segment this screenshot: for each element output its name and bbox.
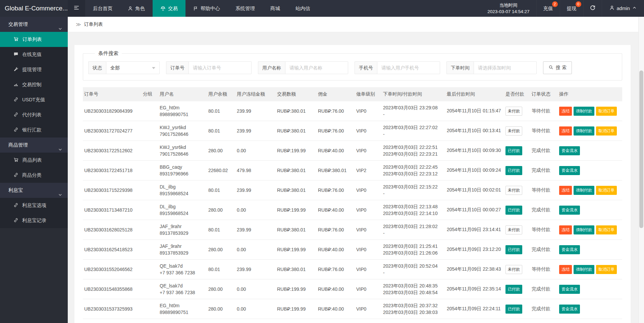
sidebar-item-trade-control[interactable]: 交易控制 [0, 77, 68, 92]
column-header: 下单时间/付款时间 [382, 87, 445, 101]
username-text: JAF_9rahr [160, 243, 204, 250]
sidebar-item-usdt-recharge[interactable]: USDT充值 [0, 92, 68, 107]
freeze-button[interactable]: 冻结 [559, 126, 572, 136]
order-time-text: 2023年03月03日 22:22:51 [383, 144, 443, 151]
username-text: JAF_9rahr [160, 223, 204, 230]
sidebar-item-lixibao-options[interactable]: 利息宝选项 [0, 198, 68, 213]
sidebar-item-bank-transfer[interactable]: 银行汇款 [0, 122, 68, 138]
fund-flow-button[interactable]: 资金流水 [559, 285, 580, 294]
column-header: 佣金 [317, 87, 355, 101]
cell-order-no: UB2303031548355868 [83, 279, 142, 299]
nav-item-mall[interactable]: 商城 [263, 0, 288, 17]
main-menu: 后台首页角色交易帮助中心系统管理商城站内信 [85, 0, 318, 17]
cancel-order-button[interactable]: 取消订单 [596, 225, 617, 234]
cell-last-pay-time: 2054年11月10日 00:09:30 [445, 141, 504, 161]
column-header: 操作 [558, 87, 622, 101]
table-row: UB2303031715229398DL_ilbg8915986852480.0… [83, 180, 622, 200]
cell-level: VIP0 [355, 200, 382, 220]
cancel-order-button[interactable]: 取消订单 [596, 186, 617, 195]
table-row: UB2303031452247590JG_9pznu7917775449980.… [83, 319, 622, 323]
fund-flow-button[interactable]: 资金流水 [559, 305, 580, 314]
local-time: 当地时间 2023-03-07 14:54:27 [481, 0, 536, 17]
cell-actions: 资金流水 [558, 141, 622, 161]
orders-header-row: 订单号分组用户名用户余额用户冻结金额交易数额佣金做单级别下单时间/付款时间最后付… [83, 87, 622, 101]
sidebar-section-lixibao[interactable]: 利息宝 [0, 183, 68, 198]
admin-menu-button[interactable]: admin [602, 0, 644, 17]
fund-flow-button[interactable]: 资金流水 [559, 146, 580, 155]
cancel-order-button[interactable]: 取消订单 [596, 126, 617, 136]
freeze-button[interactable]: 冻结 [559, 225, 572, 234]
nav-item-dashboard[interactable]: 后台首页 [85, 0, 120, 17]
sidebar-item-goods-category[interactable]: 商品分类 [0, 168, 68, 183]
sidebar-item-daifu-list[interactable]: 代付列表 [0, 107, 68, 122]
nav-item-help-center[interactable]: 帮助中心 [185, 0, 228, 17]
sidebar-item-online-recharge[interactable]: 在线充值 [0, 47, 68, 62]
force-pay-button[interactable]: 强制付款 [574, 265, 594, 274]
cell-balance: 280.00 [207, 279, 235, 299]
top-navbar: Global E-Commerce... 后台首页角色交易帮助中心系统管理商城站… [0, 0, 644, 17]
freeze-button[interactable]: 冻结 [559, 186, 572, 195]
fund-flow-button[interactable]: 资金流水 [559, 206, 580, 215]
freeze-button[interactable]: 冻结 [559, 265, 572, 274]
cell-commission: RUB₽:40.00 [317, 279, 355, 299]
force-pay-button[interactable]: 强制付款 [574, 107, 594, 116]
order-time-input[interactable] [474, 61, 537, 74]
cell-username: DL_ilbg89159868524 [158, 200, 207, 220]
nav-item-label: 商城 [270, 5, 280, 12]
cancel-order-button[interactable]: 取消订单 [596, 107, 617, 116]
vertical-scrollbar-track[interactable] [638, 17, 644, 323]
cell-last-pay-time: 2054年11月09日 22:35:14 [445, 279, 504, 299]
sidebar-item-order-list[interactable]: 订单列表 [0, 32, 68, 47]
fund-flow-button[interactable]: 资金流水 [559, 166, 580, 175]
sidebar-collapse-button[interactable] [68, 0, 85, 17]
status-label: 状态 [88, 61, 106, 74]
force-pay-button[interactable]: 强制付款 [574, 126, 594, 136]
search-legend: 条件搜索 [95, 50, 122, 57]
withdraw-nav-button[interactable]: 提现 0 [560, 0, 583, 17]
nav-item-trade[interactable]: 交易 [153, 0, 185, 17]
cell-group [142, 319, 158, 323]
link-icon [13, 127, 18, 133]
sidebar-item-lixibao-records[interactable]: 利息宝记录 [0, 213, 68, 228]
nav-item-messages[interactable]: 站内信 [288, 0, 318, 17]
fund-flow-button[interactable]: 资金流水 [559, 245, 580, 254]
cell-last-pay-time: 2054年11月09日 22:38:43 [445, 260, 504, 279]
sidebar-item-label: 银行汇款 [22, 127, 42, 133]
force-pay-button[interactable]: 强制付款 [574, 225, 594, 234]
sidebar-item-withdraw-manage[interactable]: 提现管理 [0, 62, 68, 77]
status-select[interactable]: 全部 [106, 61, 160, 74]
paid-status-badge: 已付款 [505, 146, 522, 155]
cell-amount: RUB₽:199.99 [276, 240, 317, 260]
nav-item-roles[interactable]: 角色 [120, 0, 153, 17]
username-text: EG_ht0m [160, 104, 204, 111]
order-no-input[interactable] [189, 61, 252, 74]
breadcrumb-arrows-icon: ≫ [76, 21, 81, 28]
cell-level: VIP0 [355, 141, 382, 161]
link-icon [13, 112, 18, 118]
force-pay-button[interactable]: 强制付款 [574, 186, 594, 195]
person-icon [128, 6, 133, 11]
user-name-input[interactable] [285, 61, 348, 74]
username-text: QE_lsak7d [160, 282, 204, 289]
sidebar-item-goods-list[interactable]: 商品列表 [0, 153, 68, 168]
phone-input[interactable] [377, 61, 440, 74]
cell-username: EG_ht0m89889890751 [158, 299, 207, 319]
person-icon [609, 5, 614, 11]
search-button[interactable]: 搜 索 [543, 61, 572, 74]
nav-item-system[interactable]: 系统管理 [228, 0, 263, 17]
sidebar-item-label: 在线充值 [22, 51, 42, 58]
cancel-order-button[interactable]: 取消订单 [596, 265, 617, 274]
cell-commission: RUB₽:40.00 [317, 240, 355, 260]
cell-paid: 已付款 [504, 299, 530, 319]
freeze-button[interactable]: 冻结 [559, 107, 572, 116]
cell-order-no: UB2303031713487210 [83, 200, 142, 220]
refresh-button[interactable] [583, 0, 602, 17]
cell-order-pay-time: 2023年03月03日 23:29:08- [382, 101, 445, 121]
recharge-count-badge: 2 [552, 1, 558, 7]
sidebar-section-goods-manage[interactable]: 商品管理 [0, 138, 68, 153]
vertical-scrollbar-thumb[interactable] [639, 70, 643, 228]
recharge-nav-button[interactable]: 充值 2 [536, 0, 560, 17]
sidebar-section-trade-manage[interactable]: 交易管理 [0, 17, 68, 32]
cell-group [142, 240, 158, 260]
cell-username: JAF_9rahr89137853929 [158, 220, 207, 240]
